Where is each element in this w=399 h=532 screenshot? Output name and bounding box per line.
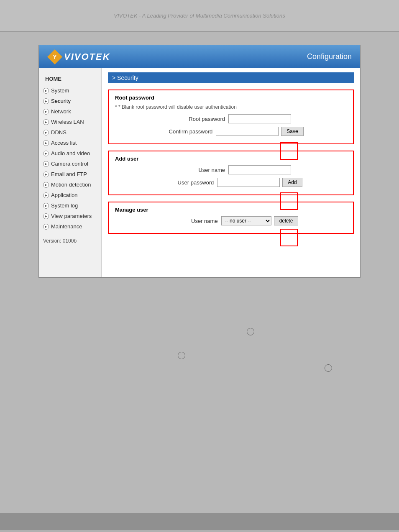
circle-2	[178, 352, 185, 359]
circle-3	[325, 364, 332, 372]
username-input[interactable]	[228, 165, 291, 174]
sidebar-version: Version: 0100b	[39, 232, 101, 246]
arrow-icon-security: ►	[43, 98, 49, 104]
sidebar-item-application[interactable]: ► Application	[39, 190, 101, 200]
add-button[interactable]: Add	[282, 178, 302, 187]
sidebar: HOME ► System ► Security ► Network ► Wir…	[39, 68, 102, 277]
sidebar-item-access-list[interactable]: ► Access list	[39, 138, 101, 148]
manage-username-row: User name -- no user -- delete	[115, 216, 347, 225]
root-password-row: Root password	[115, 114, 347, 123]
top-bar: VIVOTEK - A Leading Provider of Multimed…	[0, 0, 399, 31]
vivotek-logo-icon: Y	[47, 49, 62, 64]
add-user-section: Add user User name User password Add	[108, 151, 354, 195]
sidebar-item-system-log[interactable]: ► System log	[39, 200, 101, 211]
vivotek-header: Y VIVOTEK Configuration	[39, 45, 360, 68]
manage-user-title: Manage user	[115, 207, 347, 213]
circles-area	[17, 278, 399, 403]
root-password-title: Root password	[115, 95, 347, 101]
confirm-password-label: Confirm password	[158, 128, 212, 135]
sidebar-item-ddns[interactable]: ► DDNS	[39, 127, 101, 138]
arrow-icon-motion: ►	[43, 182, 49, 188]
svg-text:Y: Y	[53, 54, 57, 60]
userpassword-input[interactable]	[217, 178, 280, 187]
username-row: User name	[115, 165, 347, 174]
tagline: VIVOTEK - A Leading Provider of Multimed…	[114, 13, 285, 19]
page-title: > Security	[108, 72, 354, 83]
arrow-icon-email: ►	[43, 171, 49, 177]
sidebar-item-view-parameters[interactable]: ► View parameters	[39, 211, 101, 221]
arrow-icon-viewparams: ►	[43, 213, 49, 219]
annotation-box-2	[280, 192, 298, 210]
arrow-icon-camera: ►	[43, 161, 49, 167]
brand-name: VIVOTEK	[64, 51, 110, 62]
sidebar-item-email-ftp[interactable]: ► Email and FTP	[39, 169, 101, 179]
manage-user-section: Manage user User name -- no user -- dele…	[108, 202, 354, 234]
add-user-title: Add user	[115, 156, 347, 162]
root-password-label: Root password	[171, 116, 225, 122]
annotation-box-1	[280, 142, 298, 160]
username-label: User name	[171, 167, 225, 173]
arrow-icon-application: ►	[43, 192, 49, 198]
sidebar-item-motion-detection[interactable]: ► Motion detection	[39, 179, 101, 190]
arrow-icon-access: ►	[43, 140, 49, 146]
sidebar-item-wireless-lan[interactable]: ► Wireless LAN	[39, 117, 101, 127]
userpassword-row: User password Add	[115, 178, 347, 187]
confirm-password-row: Confirm password Save	[115, 127, 347, 136]
sidebar-item-security[interactable]: ► Security	[39, 96, 101, 106]
content-area: HOME ► System ► Security ► Network ► Wir…	[39, 68, 360, 277]
arrow-icon-syslog: ►	[43, 203, 49, 209]
root-password-note: * * Blank root password will disable use…	[115, 104, 347, 110]
main-content: > Security Root password * * Blank root …	[102, 68, 360, 277]
root-password-section: Root password * * Blank root password wi…	[108, 90, 354, 144]
delete-button[interactable]: delete	[274, 216, 299, 225]
bottom-bar	[0, 513, 399, 530]
arrow-icon-ddns: ►	[43, 130, 49, 136]
sidebar-item-audio-video[interactable]: ► Audio and video	[39, 148, 101, 159]
browser-frame: Y VIVOTEK Configuration HOME ► System ► …	[38, 45, 361, 278]
config-title: Configuration	[307, 52, 352, 61]
sidebar-item-home[interactable]: HOME	[39, 72, 101, 85]
sidebar-item-camera-control[interactable]: ► Camera control	[39, 159, 101, 169]
annotation-box-3	[280, 229, 298, 246]
sidebar-item-network[interactable]: ► Network	[39, 106, 101, 117]
circle-1	[247, 328, 254, 335]
arrow-icon-system: ►	[43, 88, 49, 94]
arrow-icon-wireless: ►	[43, 119, 49, 125]
main-wrapper: Y VIVOTEK Configuration HOME ► System ► …	[0, 32, 399, 513]
manage-username-label: User name	[164, 218, 218, 224]
userpassword-label: User password	[159, 179, 214, 186]
vivotek-logo: Y VIVOTEK	[47, 49, 110, 64]
confirm-password-input[interactable]	[216, 127, 279, 136]
sidebar-item-maintenance[interactable]: ► Maintenance	[39, 221, 101, 232]
root-password-input[interactable]	[228, 114, 291, 123]
manage-user-select[interactable]: -- no user --	[221, 216, 271, 225]
arrow-icon-maintenance: ►	[43, 224, 49, 230]
arrow-icon-audio: ►	[43, 151, 49, 156]
save-button[interactable]: Save	[281, 127, 303, 136]
arrow-icon-network: ►	[43, 109, 49, 115]
sidebar-item-system[interactable]: ► System	[39, 85, 101, 96]
